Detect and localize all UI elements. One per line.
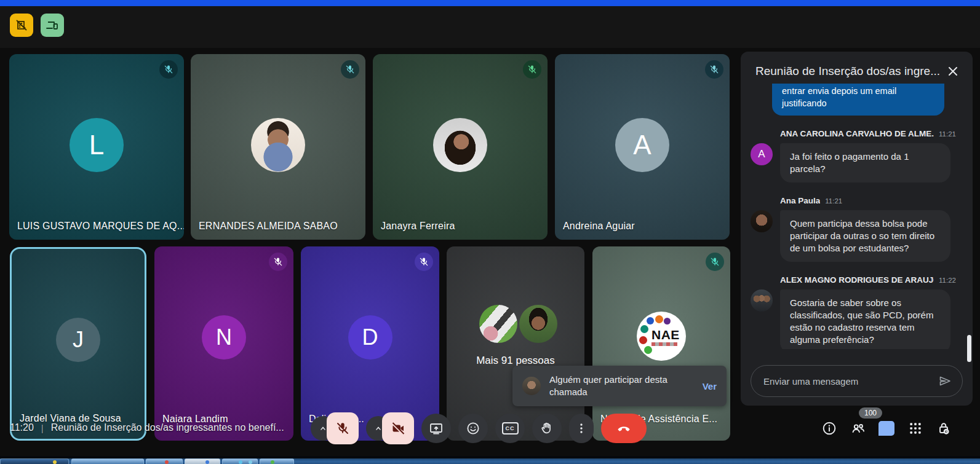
video-tile[interactable]: ERNANDES ALMEIDA SABAO — [191, 54, 365, 240]
nae-logo: NAE — [637, 312, 686, 361]
participant-name: Janayra Ferreira — [381, 221, 455, 232]
participant-name: Andreina Aguiar — [563, 221, 635, 232]
chat-scrollbar[interactable] — [967, 335, 971, 362]
call-control-bar: CC — [311, 411, 647, 446]
video-tile[interactable]: L LUIS GUSTAVO MARQUES DE AQ... — [9, 54, 184, 240]
avatar-photo — [251, 118, 305, 172]
participant-name: LUIS GUSTAVO MARQUES DE AQ... — [17, 221, 184, 232]
raise-hand-button[interactable] — [532, 414, 562, 443]
sender-name: ALEX MAGNO RODRIGUES DE ARAUJO — [780, 275, 934, 285]
mic-off-icon — [341, 60, 359, 79]
message-text: Quem participa dessa bolsa pode particip… — [780, 210, 950, 262]
avatar: A — [751, 143, 773, 165]
taskbar-button[interactable] — [146, 458, 183, 464]
sender-name: ANA CAROLINA CARVALHO DE ALME... — [780, 129, 934, 138]
disable-background-icon[interactable] — [10, 14, 33, 37]
mic-muted-button[interactable] — [327, 412, 359, 444]
chat-message: ALEX MAGNO RODRIGUES DE ARAUJO 11:22 Gos… — [751, 275, 960, 349]
chat-message-input[interactable] — [762, 376, 938, 387]
taskbar-button[interactable] — [71, 458, 144, 464]
avatar: J — [56, 318, 100, 362]
avatar-photo — [522, 377, 541, 395]
devices-icon[interactable] — [41, 14, 64, 37]
taskbar-start-area[interactable] — [0, 458, 69, 464]
chat-message: Ana Paula 11:21 Quem participa dessa bol… — [751, 196, 960, 262]
avatar: L — [70, 118, 124, 172]
toast-message: Alguém quer participar desta chamada — [549, 374, 696, 398]
avatar-photo — [433, 118, 487, 172]
browser-top-bar — [0, 0, 980, 6]
join-request-toast: Alguém quer participar desta chamada Ver — [512, 366, 727, 406]
avatar-photo — [519, 305, 557, 343]
avatar: N — [202, 315, 246, 360]
chat-message-own: entrar envia depois um email justificand… — [772, 84, 944, 116]
chat-message: ANA CAROLINA CARVALHO DE ALME... 11:21 A… — [751, 129, 960, 183]
people-icon[interactable] — [848, 419, 868, 438]
host-controls-lock-icon[interactable] — [934, 419, 954, 438]
sender-name: Ana Paula — [780, 196, 820, 205]
google-meet-window: L LUIS GUSTAVO MARQUES DE AQ... ERNANDES… — [0, 0, 980, 464]
camera-off-button[interactable] — [382, 412, 414, 444]
video-tile-selected[interactable]: J Jardel Viana de Sousa — [10, 247, 146, 441]
chat-panel: Reunião de Inserção dos/as ingre... entr… — [741, 52, 973, 406]
avatar-photo — [751, 210, 773, 232]
meeting-panels-bar — [819, 419, 954, 438]
avatar: D — [348, 315, 392, 360]
end-call-button[interactable] — [601, 414, 647, 443]
toast-view-button[interactable]: Ver — [703, 381, 717, 391]
chat-input-container — [751, 365, 963, 397]
clock-time: 11:20 — [10, 422, 34, 433]
video-tile[interactable]: A Andreina Aguiar — [555, 54, 730, 240]
extension-bar — [0, 6, 980, 48]
meeting-title: Reunião de Inserção dos/as ingressantes … — [51, 422, 284, 433]
chat-title: Reunião de Inserção dos/as ingre... — [755, 65, 946, 78]
message-text: Gostaria de saber sobre os classificados… — [780, 289, 950, 349]
mic-off-icon — [705, 60, 723, 79]
taskbar-button[interactable] — [260, 458, 294, 464]
mic-off-icon — [523, 60, 541, 79]
status-separator: | — [41, 423, 44, 433]
chat-message-list[interactable]: entrar envia depois um email justificand… — [751, 84, 960, 349]
activities-grid-icon[interactable] — [906, 419, 925, 438]
taskbar-button[interactable] — [185, 458, 220, 464]
windows-taskbar[interactable] — [0, 456, 980, 464]
cc-label: CC — [502, 422, 519, 435]
send-icon[interactable] — [938, 374, 952, 388]
message-text: Ja foi feito o pagamento da 1 parcela? — [780, 143, 950, 183]
more-options-button[interactable] — [569, 414, 594, 443]
mic-off-icon — [269, 253, 287, 271]
message-time: 11:21 — [939, 130, 956, 138]
captions-button[interactable]: CC — [495, 414, 525, 443]
mic-off-icon — [159, 60, 178, 79]
more-people-label: Mais 91 pessoas — [447, 355, 584, 367]
participant-name: ERNANDES ALMEIDA SABAO — [199, 221, 338, 232]
status-line: 11:20 | Reunião de Inserção dos/as ingre… — [10, 422, 284, 433]
emoji-reactions-button[interactable] — [458, 414, 488, 443]
participants-count-badge: 100 — [859, 407, 882, 419]
mic-off-icon — [706, 253, 724, 271]
nae-logo-text: NAE — [651, 328, 680, 342]
close-icon[interactable] — [946, 64, 960, 79]
avatar-photo — [751, 289, 773, 312]
chat-icon-active[interactable] — [877, 419, 896, 438]
present-screen-button[interactable] — [421, 414, 451, 443]
chat-header: Reunião de Inserção dos/as ingre... — [741, 52, 973, 82]
avatar-photo — [479, 305, 517, 343]
video-tile[interactable]: N Naiara Landim — [154, 246, 293, 441]
message-time: 11:22 — [939, 277, 956, 284]
info-icon[interactable] — [819, 419, 839, 438]
mic-off-icon — [415, 253, 433, 271]
video-tile[interactable]: Janayra Ferreira — [373, 54, 548, 240]
avatar: A — [615, 118, 669, 172]
message-time: 11:21 — [825, 197, 842, 205]
